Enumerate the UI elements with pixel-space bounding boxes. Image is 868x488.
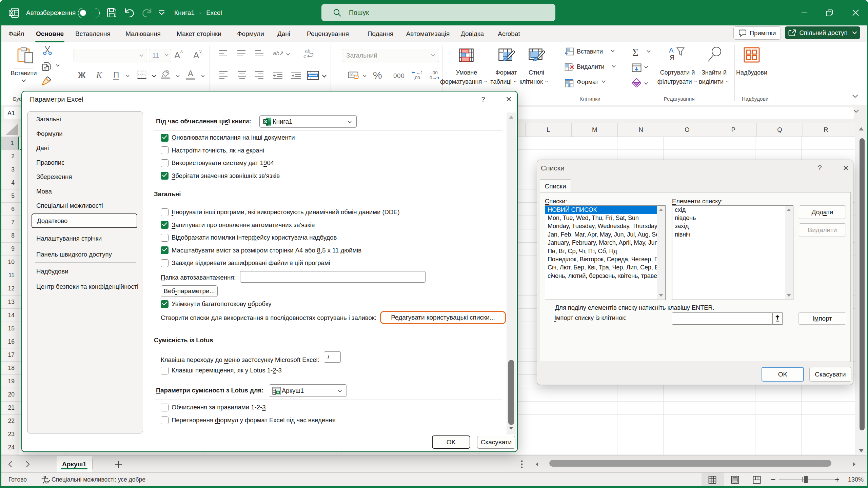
increase-decimal-icon[interactable]: ←0 ,00	[411, 70, 422, 80]
add-sheet-button[interactable]	[114, 455, 122, 473]
restore-button[interactable]	[818, 0, 841, 25]
format-table-label2[interactable]: таблиці	[490, 78, 517, 85]
font-name-combo[interactable]	[74, 49, 147, 62]
percent-style-icon[interactable]: %	[373, 69, 382, 81]
custom-lists-listbox[interactable]: НОВИЙ СПИСОКMon, Tue, Wed, Thu, Fri, Sat…	[545, 205, 666, 300]
column-header-O[interactable]: O	[664, 123, 710, 137]
cut-icon[interactable]	[42, 46, 53, 55]
orientation-chevron-icon[interactable]	[286, 53, 290, 56]
font-color-chevron-icon[interactable]	[201, 75, 205, 78]
ribbon-tab-11[interactable]: Довідка	[461, 25, 484, 42]
find-select-icon[interactable]	[706, 46, 723, 63]
orientation-icon[interactable]: ab	[273, 48, 284, 59]
row-header-8[interactable]: 8	[0, 229, 19, 243]
row-header-7[interactable]: 7	[0, 216, 19, 229]
ribbon-tab-1[interactable]: Файл	[8, 25, 24, 42]
options-scroll-up-icon[interactable]	[509, 115, 514, 119]
sort-filter-label2[interactable]: фільтрувати	[657, 78, 697, 85]
quick-access-chevron-icon[interactable]	[158, 10, 165, 16]
borders-icon[interactable]	[137, 70, 146, 80]
fill-down-icon[interactable]	[632, 63, 642, 72]
zoom-out-button[interactable]: −	[770, 475, 776, 484]
general-check-2[interactable]: Запитувати про оновлення автоматичних зв…	[161, 221, 315, 229]
sort-filter-icon[interactable]: А Я	[669, 46, 686, 62]
custom-list-item-3[interactable]: Monday, Tuesday, Wednesday, Thursday, Fr…	[545, 222, 659, 230]
calc-workbook-combo[interactable]: Книга1	[259, 115, 357, 128]
accounting-chevron-icon[interactable]	[362, 75, 367, 78]
row-header-12[interactable]: 12	[0, 282, 19, 296]
italic-button[interactable]: К	[96, 70, 102, 80]
row-header-11[interactable]: 11	[0, 269, 19, 282]
format-cells-label[interactable]: Формат	[577, 79, 598, 86]
ribbon-tab-4[interactable]: Малювання	[125, 25, 161, 42]
row-header-13[interactable]: 13	[0, 296, 19, 309]
minimize-button[interactable]	[793, 0, 815, 25]
row-header-17[interactable]: 17	[0, 348, 19, 362]
lotus-nav-check[interactable]: Клавіші переміщення, як у Lotus 1-2-3	[161, 366, 282, 375]
increase-indent-icon[interactable]	[291, 72, 301, 79]
align-right-icon[interactable]	[255, 71, 264, 80]
sort-filter-label1[interactable]: Сортувати й	[660, 69, 695, 76]
row-header-22[interactable]: 22	[0, 415, 19, 428]
copy-icon[interactable]	[42, 62, 51, 71]
delete-cells-label[interactable]: Видалити	[577, 63, 604, 70]
general-check-3-checkbox[interactable]	[161, 234, 169, 242]
row-header-4[interactable]: 4	[0, 176, 19, 189]
options-nav-2[interactable]: Формули	[32, 126, 137, 141]
borders-chevron-icon[interactable]	[152, 75, 157, 78]
accounting-format-icon[interactable]: 00	[348, 71, 360, 80]
autoload-folder-input[interactable]	[240, 271, 426, 283]
custom-list-item-8[interactable]: Січ, Лют, Бер, Кві, Тра, Чер, Лип, Сер, …	[545, 264, 659, 272]
zoom-slider-thumb[interactable]	[804, 476, 808, 483]
lotus-check-2[interactable]: Перетворення формул у формат Excel під ч…	[161, 416, 336, 425]
entries-scroll-down-icon[interactable]	[787, 294, 791, 297]
calc-check-4-checkbox[interactable]	[161, 172, 169, 180]
row-header-16[interactable]: 16	[0, 335, 19, 348]
general-check-4[interactable]: Масштабувати вміст за розміром сторінки …	[161, 246, 361, 255]
autosum-chevron-icon[interactable]	[646, 50, 651, 53]
lotus-check-1-checkbox[interactable]	[161, 404, 169, 411]
share-button[interactable]: Спільний доступ	[785, 26, 860, 39]
list-entry-2[interactable]: південь	[672, 214, 786, 222]
ribbon-tab-5[interactable]: Макет сторінки	[177, 25, 221, 42]
options-nav-12[interactable]: Центр безпеки та конфіденційності	[32, 279, 137, 294]
scroll-down-icon[interactable]	[859, 449, 864, 453]
row-header-1[interactable]: 1	[0, 137, 19, 150]
save-icon[interactable]	[106, 7, 117, 18]
column-header-M[interactable]: M	[572, 123, 618, 137]
column-header-L[interactable]: L	[526, 123, 572, 137]
options-scroll-down-icon[interactable]	[509, 426, 514, 430]
lists-ok-button[interactable]: OK	[762, 367, 804, 382]
row-header-3[interactable]: 3	[0, 163, 19, 176]
list-entry-3[interactable]: захід	[672, 222, 786, 230]
paste-chevron-icon[interactable]	[21, 79, 26, 82]
zoom-level[interactable]: 130%	[846, 473, 864, 487]
ribbon-tab-8[interactable]: Рецензування	[307, 25, 349, 42]
paste-label[interactable]: Вставити	[11, 70, 37, 77]
close-button[interactable]	[844, 0, 867, 25]
list-entries-listbox[interactable]: східпівденьзахідпівніч	[672, 205, 793, 300]
options-nav-7[interactable]: Спеціальні можливості	[32, 199, 137, 213]
row-header-15[interactable]: 15	[0, 322, 19, 335]
format-painter-icon[interactable]	[41, 76, 52, 86]
delete-cells-icon[interactable]	[565, 63, 574, 71]
custom-list-item-6[interactable]: Пн, Вт, Ср, Чт, Пт, Сб, Нд	[545, 247, 659, 255]
delete-list-button[interactable]: Видалити	[799, 223, 846, 237]
insert-cells-label[interactable]: Вставити	[577, 48, 603, 55]
copy-chevron-icon[interactable]	[56, 64, 60, 67]
merge-center-icon[interactable]	[307, 71, 319, 80]
options-nav-9[interactable]: Налаштування стрічки	[32, 231, 137, 246]
fill-color-icon[interactable]	[161, 70, 170, 80]
sheet-tab-active[interactable]: Аркуш1	[57, 456, 92, 473]
column-header-N[interactable]: N	[618, 123, 664, 137]
lists-close-button[interactable]: ✕	[843, 164, 849, 173]
clear-icon[interactable]	[632, 78, 641, 87]
column-header-Q[interactable]: Q	[757, 123, 803, 137]
hscroll-right-icon[interactable]	[851, 455, 857, 473]
ribbon-tab-9[interactable]: Подання	[368, 25, 394, 42]
row-header-2[interactable]: 2	[0, 150, 19, 163]
collapse-ribbon-icon[interactable]	[852, 94, 859, 98]
ribbon-tab-7[interactable]: Дані	[277, 25, 290, 42]
lists-help-button[interactable]: ?	[818, 164, 822, 172]
options-nav-8[interactable]: Додатково	[32, 214, 137, 228]
